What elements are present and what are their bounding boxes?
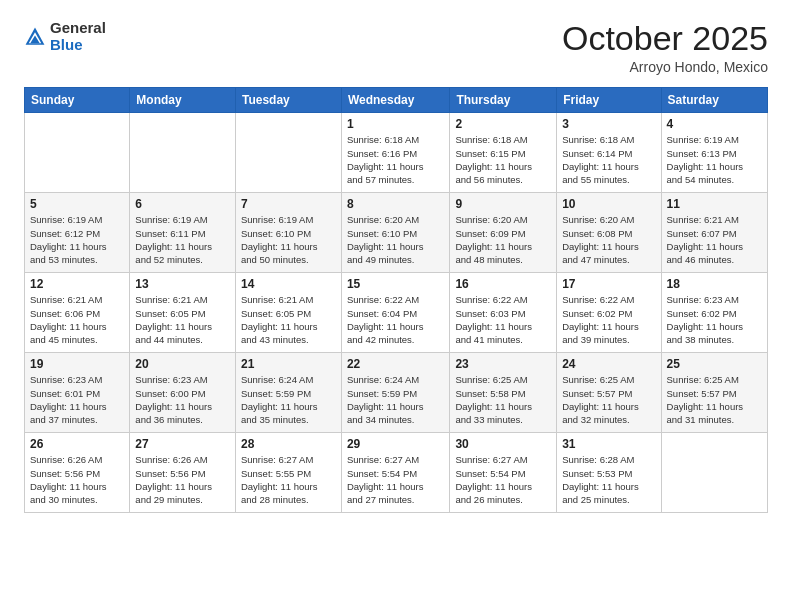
calendar-cell-w3-d3: 14Sunrise: 6:21 AM Sunset: 6:05 PM Dayli…	[235, 273, 341, 353]
day-info: Sunrise: 6:19 AM Sunset: 6:12 PM Dayligh…	[30, 213, 124, 266]
day-number: 2	[455, 117, 551, 131]
day-number: 28	[241, 437, 336, 451]
calendar-cell-w4-d3: 21Sunrise: 6:24 AM Sunset: 5:59 PM Dayli…	[235, 353, 341, 433]
day-info: Sunrise: 6:20 AM Sunset: 6:10 PM Dayligh…	[347, 213, 444, 266]
calendar-cell-w2-d5: 9Sunrise: 6:20 AM Sunset: 6:09 PM Daylig…	[450, 193, 557, 273]
calendar-cell-w1-d1	[25, 113, 130, 193]
col-tuesday: Tuesday	[235, 88, 341, 113]
calendar-cell-w1-d5: 2Sunrise: 6:18 AM Sunset: 6:15 PM Daylig…	[450, 113, 557, 193]
calendar-cell-w5-d5: 30Sunrise: 6:27 AM Sunset: 5:54 PM Dayli…	[450, 433, 557, 513]
day-number: 26	[30, 437, 124, 451]
day-info: Sunrise: 6:19 AM Sunset: 6:11 PM Dayligh…	[135, 213, 230, 266]
day-info: Sunrise: 6:27 AM Sunset: 5:54 PM Dayligh…	[455, 453, 551, 506]
calendar-cell-w2-d2: 6Sunrise: 6:19 AM Sunset: 6:11 PM Daylig…	[130, 193, 236, 273]
day-number: 11	[667, 197, 762, 211]
col-sunday: Sunday	[25, 88, 130, 113]
day-number: 8	[347, 197, 444, 211]
calendar-cell-w5-d6: 31Sunrise: 6:28 AM Sunset: 5:53 PM Dayli…	[557, 433, 661, 513]
day-info: Sunrise: 6:24 AM Sunset: 5:59 PM Dayligh…	[347, 373, 444, 426]
calendar-header-row: Sunday Monday Tuesday Wednesday Thursday…	[25, 88, 768, 113]
location: Arroyo Hondo, Mexico	[562, 59, 768, 75]
day-number: 24	[562, 357, 655, 371]
day-info: Sunrise: 6:21 AM Sunset: 6:05 PM Dayligh…	[135, 293, 230, 346]
day-number: 7	[241, 197, 336, 211]
day-number: 21	[241, 357, 336, 371]
calendar-cell-w4-d5: 23Sunrise: 6:25 AM Sunset: 5:58 PM Dayli…	[450, 353, 557, 433]
day-info: Sunrise: 6:25 AM Sunset: 5:58 PM Dayligh…	[455, 373, 551, 426]
col-saturday: Saturday	[661, 88, 767, 113]
day-info: Sunrise: 6:18 AM Sunset: 6:14 PM Dayligh…	[562, 133, 655, 186]
day-info: Sunrise: 6:25 AM Sunset: 5:57 PM Dayligh…	[562, 373, 655, 426]
day-info: Sunrise: 6:19 AM Sunset: 6:13 PM Dayligh…	[667, 133, 762, 186]
calendar-page: General Blue October 2025 Arroyo Hondo, …	[0, 0, 792, 612]
day-info: Sunrise: 6:21 AM Sunset: 6:06 PM Dayligh…	[30, 293, 124, 346]
day-number: 31	[562, 437, 655, 451]
calendar-week-5: 26Sunrise: 6:26 AM Sunset: 5:56 PM Dayli…	[25, 433, 768, 513]
col-friday: Friday	[557, 88, 661, 113]
calendar-cell-w5-d4: 29Sunrise: 6:27 AM Sunset: 5:54 PM Dayli…	[341, 433, 449, 513]
calendar-week-1: 1Sunrise: 6:18 AM Sunset: 6:16 PM Daylig…	[25, 113, 768, 193]
day-number: 29	[347, 437, 444, 451]
day-info: Sunrise: 6:24 AM Sunset: 5:59 PM Dayligh…	[241, 373, 336, 426]
day-info: Sunrise: 6:19 AM Sunset: 6:10 PM Dayligh…	[241, 213, 336, 266]
calendar-cell-w2-d1: 5Sunrise: 6:19 AM Sunset: 6:12 PM Daylig…	[25, 193, 130, 273]
day-number: 10	[562, 197, 655, 211]
calendar-cell-w4-d4: 22Sunrise: 6:24 AM Sunset: 5:59 PM Dayli…	[341, 353, 449, 433]
day-number: 3	[562, 117, 655, 131]
logo-text: General Blue	[50, 20, 106, 53]
day-number: 15	[347, 277, 444, 291]
day-number: 22	[347, 357, 444, 371]
calendar-cell-w1-d4: 1Sunrise: 6:18 AM Sunset: 6:16 PM Daylig…	[341, 113, 449, 193]
calendar-week-2: 5Sunrise: 6:19 AM Sunset: 6:12 PM Daylig…	[25, 193, 768, 273]
day-info: Sunrise: 6:26 AM Sunset: 5:56 PM Dayligh…	[30, 453, 124, 506]
calendar-cell-w5-d7	[661, 433, 767, 513]
calendar-cell-w3-d6: 17Sunrise: 6:22 AM Sunset: 6:02 PM Dayli…	[557, 273, 661, 353]
logo-icon	[24, 26, 46, 48]
logo: General Blue	[24, 20, 106, 53]
calendar-cell-w4-d6: 24Sunrise: 6:25 AM Sunset: 5:57 PM Dayli…	[557, 353, 661, 433]
day-info: Sunrise: 6:18 AM Sunset: 6:16 PM Dayligh…	[347, 133, 444, 186]
col-thursday: Thursday	[450, 88, 557, 113]
calendar-cell-w2-d3: 7Sunrise: 6:19 AM Sunset: 6:10 PM Daylig…	[235, 193, 341, 273]
calendar-week-3: 12Sunrise: 6:21 AM Sunset: 6:06 PM Dayli…	[25, 273, 768, 353]
day-number: 27	[135, 437, 230, 451]
calendar-cell-w5-d1: 26Sunrise: 6:26 AM Sunset: 5:56 PM Dayli…	[25, 433, 130, 513]
day-info: Sunrise: 6:23 AM Sunset: 6:02 PM Dayligh…	[667, 293, 762, 346]
calendar-cell-w2-d7: 11Sunrise: 6:21 AM Sunset: 6:07 PM Dayli…	[661, 193, 767, 273]
day-info: Sunrise: 6:21 AM Sunset: 6:07 PM Dayligh…	[667, 213, 762, 266]
day-number: 5	[30, 197, 124, 211]
day-number: 25	[667, 357, 762, 371]
logo-general: General	[50, 19, 106, 36]
calendar-cell-w3-d5: 16Sunrise: 6:22 AM Sunset: 6:03 PM Dayli…	[450, 273, 557, 353]
calendar-week-4: 19Sunrise: 6:23 AM Sunset: 6:01 PM Dayli…	[25, 353, 768, 433]
day-info: Sunrise: 6:28 AM Sunset: 5:53 PM Dayligh…	[562, 453, 655, 506]
day-info: Sunrise: 6:23 AM Sunset: 6:00 PM Dayligh…	[135, 373, 230, 426]
calendar-cell-w4-d7: 25Sunrise: 6:25 AM Sunset: 5:57 PM Dayli…	[661, 353, 767, 433]
day-info: Sunrise: 6:25 AM Sunset: 5:57 PM Dayligh…	[667, 373, 762, 426]
day-info: Sunrise: 6:20 AM Sunset: 6:08 PM Dayligh…	[562, 213, 655, 266]
calendar-cell-w2-d4: 8Sunrise: 6:20 AM Sunset: 6:10 PM Daylig…	[341, 193, 449, 273]
calendar-cell-w1-d7: 4Sunrise: 6:19 AM Sunset: 6:13 PM Daylig…	[661, 113, 767, 193]
day-info: Sunrise: 6:23 AM Sunset: 6:01 PM Dayligh…	[30, 373, 124, 426]
calendar-cell-w1-d3	[235, 113, 341, 193]
calendar-cell-w3-d7: 18Sunrise: 6:23 AM Sunset: 6:02 PM Dayli…	[661, 273, 767, 353]
calendar-cell-w4-d1: 19Sunrise: 6:23 AM Sunset: 6:01 PM Dayli…	[25, 353, 130, 433]
calendar-cell-w5-d2: 27Sunrise: 6:26 AM Sunset: 5:56 PM Dayli…	[130, 433, 236, 513]
calendar-cell-w2-d6: 10Sunrise: 6:20 AM Sunset: 6:08 PM Dayli…	[557, 193, 661, 273]
day-number: 4	[667, 117, 762, 131]
calendar-cell-w5-d3: 28Sunrise: 6:27 AM Sunset: 5:55 PM Dayli…	[235, 433, 341, 513]
logo-blue: Blue	[50, 36, 83, 53]
calendar-table: Sunday Monday Tuesday Wednesday Thursday…	[24, 87, 768, 513]
header: General Blue October 2025 Arroyo Hondo, …	[24, 20, 768, 75]
day-info: Sunrise: 6:27 AM Sunset: 5:55 PM Dayligh…	[241, 453, 336, 506]
day-number: 30	[455, 437, 551, 451]
day-number: 18	[667, 277, 762, 291]
day-number: 20	[135, 357, 230, 371]
col-monday: Monday	[130, 88, 236, 113]
calendar-cell-w3-d4: 15Sunrise: 6:22 AM Sunset: 6:04 PM Dayli…	[341, 273, 449, 353]
day-info: Sunrise: 6:22 AM Sunset: 6:04 PM Dayligh…	[347, 293, 444, 346]
calendar-cell-w1-d6: 3Sunrise: 6:18 AM Sunset: 6:14 PM Daylig…	[557, 113, 661, 193]
day-info: Sunrise: 6:21 AM Sunset: 6:05 PM Dayligh…	[241, 293, 336, 346]
day-number: 23	[455, 357, 551, 371]
day-info: Sunrise: 6:22 AM Sunset: 6:03 PM Dayligh…	[455, 293, 551, 346]
